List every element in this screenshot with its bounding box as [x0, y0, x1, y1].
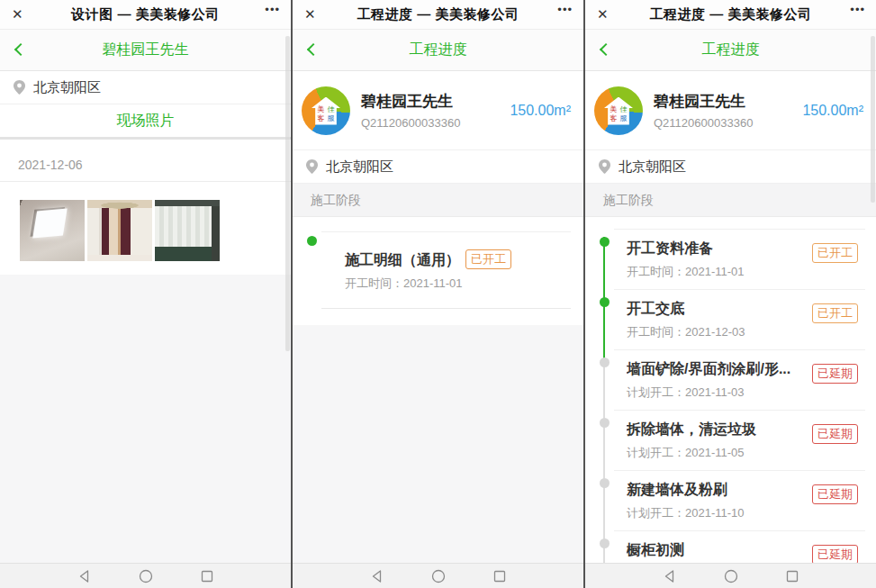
location-pin-icon: [306, 159, 318, 174]
customer-name: 碧桂园王先生: [361, 91, 510, 112]
location-pin-icon: [599, 159, 610, 174]
area-value: 150.00m²: [802, 103, 863, 119]
stage-timeline: 开工资料准备 开工时间：2021-11-01 已开工 开工交底 开工时间：202…: [585, 217, 876, 563]
android-navbar: [293, 563, 583, 588]
location-text: 北京朝阳区: [619, 158, 686, 176]
customer-name: 碧桂园王先生: [654, 91, 802, 112]
customer-card: 美佳客服 碧桂园王先生 Q21120600033360 150.00m²: [585, 71, 876, 150]
stage-item[interactable]: 开工资料准备 开工时间：2021-11-01 已开工: [614, 229, 865, 289]
stage-date: 开工时间：2021-11-01: [627, 264, 865, 280]
status-badge: 已延期: [812, 364, 858, 384]
section-label: 施工阶段: [293, 184, 583, 217]
status-badge: 已延期: [812, 424, 858, 444]
webview-title: 设计图 — 美美装修公司: [71, 6, 219, 23]
photo-ceiling-skylight[interactable]: [20, 200, 85, 261]
android-navbar: [0, 563, 291, 588]
customer-info: 碧桂园王先生 Q21120600033360: [361, 91, 510, 130]
status-badge: 已开工: [812, 243, 858, 263]
location-row: 北京朝阳区: [585, 150, 876, 184]
location-text: 北京朝阳区: [33, 79, 101, 96]
photo-group: 2021-12-06: [0, 140, 291, 275]
nav-recents-icon[interactable]: [200, 569, 214, 583]
stage-item[interactable]: 新建墙体及粉刷 计划开工：2021-11-10 已延期: [614, 470, 865, 530]
customer-info: 碧桂园王先生 Q21120600033360: [654, 91, 802, 130]
stage-item[interactable]: 墙面铲除/界面剂涂刷/形... 计划开工：2021-11-03 已延期: [614, 349, 865, 410]
nav-recents-icon[interactable]: [492, 569, 507, 583]
stage-item[interactable]: 开工交底 开工时间：2021-12-03 已开工: [614, 289, 865, 349]
skylight-shape: [33, 208, 68, 238]
stage-date: 计划开工：2021-11-05: [627, 445, 865, 461]
more-menu-icon[interactable]: •••: [850, 3, 865, 16]
customer-card: 美佳客服 碧桂园王先生 Q21120600033360 150.00m²: [293, 71, 583, 150]
photo-corner-window[interactable]: [155, 200, 220, 261]
nav-recents-icon[interactable]: [785, 569, 799, 583]
stage-title: 开工资料准备: [627, 240, 804, 258]
stage-item[interactable]: 拆除墙体，清运垃圾 计划开工：2021-11-05 已延期: [614, 410, 865, 470]
stage-title: 新建墙体及粉刷: [627, 481, 804, 500]
page-title: 工程进度: [410, 41, 467, 59]
nav-back-icon[interactable]: [77, 569, 92, 583]
logo-char: 佳: [620, 106, 628, 113]
stage-item[interactable]: 橱柜初测 已延期: [614, 530, 865, 563]
stage-title: 橱柜初测: [627, 541, 804, 560]
stage-title: 墙面铲除/界面剂涂刷/形...: [627, 360, 804, 379]
nav-back-icon[interactable]: [663, 569, 677, 583]
stage-timeline: 施工明细（通用）已开工 开工时间：2021-11-01: [293, 217, 583, 325]
nav-home-icon[interactable]: [139, 569, 153, 583]
stage-date: 计划开工：2021-11-10: [627, 505, 865, 521]
area-value: 150.00m²: [510, 103, 571, 119]
stage-dot-green: [600, 297, 610, 307]
logo-char: 佳: [328, 106, 335, 113]
stage-dot-gray: [600, 478, 610, 488]
status-badge: 已延期: [812, 484, 858, 504]
empty-area: [293, 325, 583, 563]
nav-home-icon[interactable]: [724, 569, 738, 583]
status-badge: 已延期: [812, 545, 858, 563]
panel-progress-detail: ✕ 工程进度 — 美美装修公司 ••• 工程进度 美佳客服 碧桂园王先生 Q21…: [585, 0, 876, 588]
nav-home-icon[interactable]: [431, 569, 446, 583]
customer-code: Q21120600033360: [361, 116, 510, 130]
close-icon[interactable]: ✕: [304, 6, 316, 23]
stage-dot-green: [600, 237, 610, 247]
page-title: 碧桂园王先生: [103, 41, 189, 59]
logo-char: 美: [318, 106, 325, 113]
company-logo-icon: 美佳客服: [302, 86, 350, 135]
stage-dot-green: [307, 236, 317, 246]
back-icon[interactable]: [307, 43, 320, 56]
scrollbar[interactable]: [285, 36, 290, 351]
location-row: 北京朝阳区: [293, 150, 583, 184]
webview-titlebar: ✕ 工程进度 — 美美装修公司 •••: [585, 0, 876, 30]
company-logo-icon: 美佳客服: [594, 86, 643, 135]
photo-date: 2021-12-06: [18, 158, 291, 172]
android-navbar: [585, 563, 876, 588]
stage-title: 开工交底: [627, 300, 804, 319]
photo-curtains-chandelier[interactable]: [87, 200, 152, 261]
location-row: 北京朝阳区: [0, 71, 291, 104]
customer-code: Q21120600033360: [654, 116, 802, 130]
nav-back-icon[interactable]: [370, 569, 384, 583]
empty-area: [0, 275, 291, 563]
stage-item[interactable]: 施工明细（通用）已开工 开工时间：2021-11-01: [321, 231, 571, 309]
status-badge: 已开工: [812, 303, 858, 323]
page-title: 工程进度: [702, 41, 760, 59]
close-icon[interactable]: ✕: [597, 6, 609, 23]
webview-title: 工程进度 — 美美装修公司: [650, 6, 812, 23]
back-icon[interactable]: [600, 43, 612, 56]
site-photos-tab[interactable]: 现场照片: [0, 104, 291, 140]
location-pin-icon: [14, 80, 25, 95]
more-menu-icon[interactable]: •••: [557, 3, 573, 16]
stage-title: 拆除墙体，清运垃圾: [627, 421, 804, 439]
stage-dot-gray: [600, 538, 610, 548]
timeline-rail-pending: [603, 359, 605, 563]
logo-char: 美: [610, 106, 618, 113]
stage-date: 开工时间：2021-11-01: [345, 276, 571, 292]
close-icon[interactable]: ✕: [12, 6, 23, 23]
three-webview-screens: ✕ 设计图 — 美美装修公司 ••• 碧桂园王先生 北京朝阳区 现场照片 202…: [0, 0, 876, 588]
logo-char: 客: [318, 115, 325, 122]
back-icon[interactable]: [14, 43, 27, 56]
scrollbar[interactable]: [871, 36, 875, 203]
page-header: 工程进度: [585, 30, 876, 71]
more-menu-icon[interactable]: •••: [265, 3, 280, 16]
page-header: 工程进度: [293, 30, 583, 71]
section-label: 施工阶段: [585, 184, 876, 217]
